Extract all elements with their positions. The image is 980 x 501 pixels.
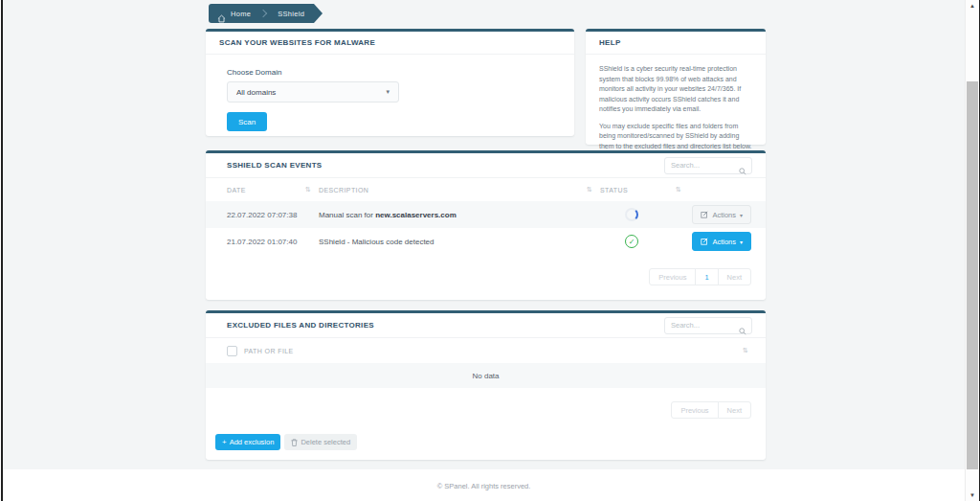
choose-domain-label: Choose Domain: [227, 68, 553, 77]
event-description-text: Manual scan for: [319, 211, 375, 219]
excluded-search-input[interactable]: [671, 321, 739, 330]
scroll-down-icon[interactable]: ▼: [966, 490, 979, 501]
success-icon: ✓: [625, 235, 638, 248]
breadcrumb-separator-icon: [259, 10, 267, 17]
delete-selected-label: Delete selected: [301, 438, 350, 446]
excluded-pagination: Previous Next: [206, 401, 751, 419]
help-card-title: HELP: [599, 38, 621, 47]
help-paragraph-1: SShield is a cyber security real-time pr…: [599, 64, 752, 115]
actions-button-label: Actions: [712, 238, 736, 246]
select-all-checkbox[interactable]: [227, 346, 237, 356]
event-status-cell: ✓: [600, 235, 689, 248]
domain-select[interactable]: All domains ▾: [227, 81, 399, 102]
edit-icon: [701, 238, 708, 245]
table-row: 22.07.2022 07:07:38 Manual scan for new.…: [206, 201, 766, 228]
help-paragraph-2: You may exclude specific files and folde…: [599, 122, 752, 152]
excluded-search-box: [664, 317, 752, 334]
actions-button[interactable]: Actions ▾: [692, 205, 751, 224]
breadcrumb: Home SShield: [209, 4, 323, 23]
sort-icon[interactable]: ⇅: [743, 347, 748, 354]
scan-events-title: SSHIELD SCAN EVENTS: [227, 161, 323, 170]
column-header-status: STATUS: [600, 187, 628, 194]
event-description-text: SShield - Malicious code detected: [319, 238, 434, 246]
home-icon: [217, 10, 226, 18]
vertical-scrollbar[interactable]: ▲ ▼: [965, 0, 979, 501]
column-header-date: DATE: [227, 187, 246, 194]
plus-icon: +: [222, 438, 227, 446]
breadcrumb-arrow-tip: [314, 4, 323, 23]
events-search-input[interactable]: [671, 161, 739, 170]
page-number-button[interactable]: 1: [695, 268, 718, 285]
previous-page-button[interactable]: Previous: [649, 268, 696, 285]
column-header-path: PATH OR FILE: [244, 348, 294, 354]
event-description: Manual scan for new.scalaservers.com: [319, 211, 600, 219]
excluded-files-card: EXCLUDED FILES AND DIRECTORIES PATH OR F…: [206, 310, 766, 460]
actions-button-label: Actions: [712, 211, 736, 219]
event-date: 22.07.2022 07:07:38: [227, 211, 319, 219]
footer-copyright: © SPanel. All rights reserved.: [3, 482, 965, 490]
add-exclusion-button[interactable]: + Add exclusion: [215, 434, 280, 450]
scan-button[interactable]: Scan: [227, 112, 267, 131]
breadcrumb-home[interactable]: Home: [231, 10, 251, 18]
domain-select-value: All domains: [236, 88, 276, 97]
search-icon: [739, 162, 746, 170]
sort-icon[interactable]: ⇅: [587, 186, 600, 194]
trash-icon: [291, 439, 298, 446]
spinner-icon: [625, 208, 638, 221]
breadcrumb-current: SShield: [278, 10, 304, 18]
excluded-table-header: PATH OR FILE ⇅: [206, 338, 766, 363]
add-exclusion-label: Add exclusion: [230, 438, 275, 446]
sort-icon[interactable]: ⇅: [676, 186, 689, 194]
chevron-down-icon: ▾: [740, 239, 743, 245]
scan-card: SCAN YOUR WEBSITES FOR MALWARE Choose Do…: [206, 29, 574, 136]
actions-button[interactable]: Actions ▾: [692, 232, 751, 251]
scan-card-title: SCAN YOUR WEBSITES FOR MALWARE: [219, 38, 375, 47]
window-left-border: [1, 0, 3, 501]
next-page-button[interactable]: Next: [718, 401, 751, 419]
event-description-domain: new.scalaservers.com: [375, 211, 457, 219]
chevron-down-icon: ▾: [386, 88, 390, 96]
scan-events-card: SSHIELD SCAN EVENTS DATE ⇅ DESCRIPTION ⇅…: [206, 150, 766, 300]
event-date: 21.07.2022 01:07:40: [227, 238, 319, 246]
column-header-description: DESCRIPTION: [319, 187, 368, 194]
scroll-up-icon[interactable]: ▲: [966, 0, 979, 11]
events-search-box: [664, 157, 752, 174]
no-data-row: No data: [206, 363, 766, 388]
help-card: HELP SShield is a cyber security real-ti…: [586, 29, 766, 145]
next-page-button[interactable]: Next: [718, 268, 751, 285]
events-table-header: DATE ⇅ DESCRIPTION ⇅ STATUS ⇅: [206, 178, 766, 201]
excluded-files-title: EXCLUDED FILES AND DIRECTORIES: [227, 321, 374, 330]
search-icon: [739, 322, 746, 330]
delete-selected-button[interactable]: Delete selected: [284, 434, 357, 450]
event-description: SShield - Malicious code detected: [319, 238, 600, 246]
events-pagination: Previous 1 Next: [206, 268, 751, 285]
chevron-down-icon: ▾: [740, 212, 743, 218]
scrollbar-thumb[interactable]: [967, 81, 978, 469]
event-status-cell: [600, 208, 689, 221]
table-row: 21.07.2022 01:07:40 SShield - Malicious …: [206, 228, 766, 255]
edit-icon: [701, 211, 708, 218]
previous-page-button[interactable]: Previous: [671, 401, 718, 419]
sort-icon[interactable]: ⇅: [305, 186, 319, 194]
